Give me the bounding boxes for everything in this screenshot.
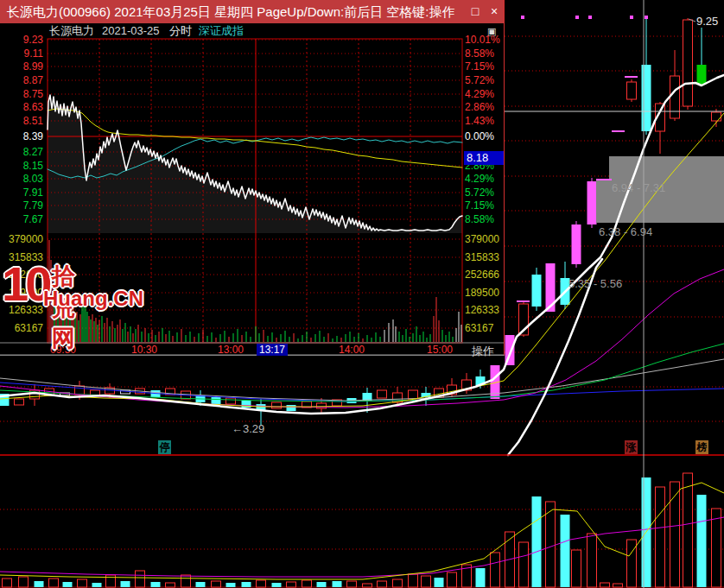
price-axis-label: 8.27 bbox=[0, 147, 43, 157]
percent-axis-label: 7.15% bbox=[465, 200, 494, 211]
time-axis-label: 15:00 bbox=[427, 345, 453, 356]
price-axis-label: 8.15 bbox=[0, 161, 43, 171]
low-price-note: ←3.29 bbox=[232, 422, 264, 435]
percent-axis-label: 5.72% bbox=[465, 75, 494, 85]
halt-badge[interactable]: 停 bbox=[158, 440, 171, 454]
price-axis-label: 8.51 bbox=[0, 116, 43, 126]
price-axis-label: 8.03 bbox=[0, 174, 43, 184]
volume-axis-label: 126333 bbox=[465, 305, 499, 315]
rank-badge[interactable]: 榜 bbox=[695, 440, 708, 454]
percent-axis-label: 2.86% bbox=[465, 102, 494, 112]
cursor-time-tag: 13:17 bbox=[257, 344, 288, 356]
percent-axis-label: 4.29% bbox=[465, 174, 494, 184]
price-axis-label: 8.39 bbox=[0, 131, 43, 142]
cursor-price-tag: 8.18 bbox=[464, 151, 504, 165]
volume-axis-label: 63167 bbox=[465, 323, 493, 333]
time-axis-label: 13:00 bbox=[218, 345, 244, 356]
price-axis-label: 8.87 bbox=[0, 75, 43, 85]
day-high-label: 9.25 bbox=[696, 15, 718, 28]
percent-axis-label: 7.15% bbox=[465, 61, 494, 72]
percent-axis-label: 10.01% bbox=[465, 35, 500, 45]
volume-axis-label: 379000 bbox=[465, 234, 499, 244]
price-axis-label: 8.99 bbox=[0, 61, 43, 72]
rise-badge[interactable]: 涨 bbox=[625, 440, 638, 454]
price-axis-label: 7.91 bbox=[0, 187, 43, 198]
percent-axis-label: 8.58% bbox=[465, 48, 494, 59]
percent-axis-label: 5.72% bbox=[465, 187, 494, 198]
percent-axis-label: 0.00% bbox=[465, 131, 494, 142]
price-axis-label: 9.23 bbox=[0, 35, 43, 45]
price-axis-label: 7.79 bbox=[0, 200, 43, 211]
percent-axis-label: 1.43% bbox=[465, 116, 494, 126]
percent-axis-label: 4.29% bbox=[465, 89, 494, 99]
action-menu-label[interactable]: 操作 bbox=[472, 344, 494, 359]
watermark-logo-10: 10 bbox=[2, 262, 48, 306]
price-axis-label: 7.67 bbox=[0, 214, 43, 224]
price-axis-label: 8.75 bbox=[0, 89, 43, 99]
price-zone-label-2: 6.38 - 6.94 bbox=[599, 225, 652, 238]
price-zone-label-1: 6.94 - 7.31 bbox=[612, 181, 665, 194]
trading-app-screen: 9.25 ←3.29 6.94 - 7.31 6.38 - 6.94 5.35 … bbox=[0, 0, 724, 588]
volume-axis-label: 63167 bbox=[0, 323, 43, 333]
time-axis-label: 10:30 bbox=[131, 345, 157, 356]
time-axis-label: 14:00 bbox=[339, 345, 365, 356]
volume-axis-label: 315833 bbox=[465, 252, 499, 262]
watermark-domain: Huang.CN bbox=[43, 287, 143, 311]
price-axis-label: 9.11 bbox=[0, 48, 43, 59]
percent-axis-label: 8.58% bbox=[465, 214, 494, 224]
price-zone-label-3: 5.35 - 5.56 bbox=[568, 277, 622, 290]
volume-axis-label: 189500 bbox=[465, 288, 499, 298]
volume-axis-label: 379000 bbox=[0, 234, 43, 244]
volume-axis-label: 252666 bbox=[465, 269, 499, 280]
price-axis-label: 8.63 bbox=[0, 102, 43, 112]
